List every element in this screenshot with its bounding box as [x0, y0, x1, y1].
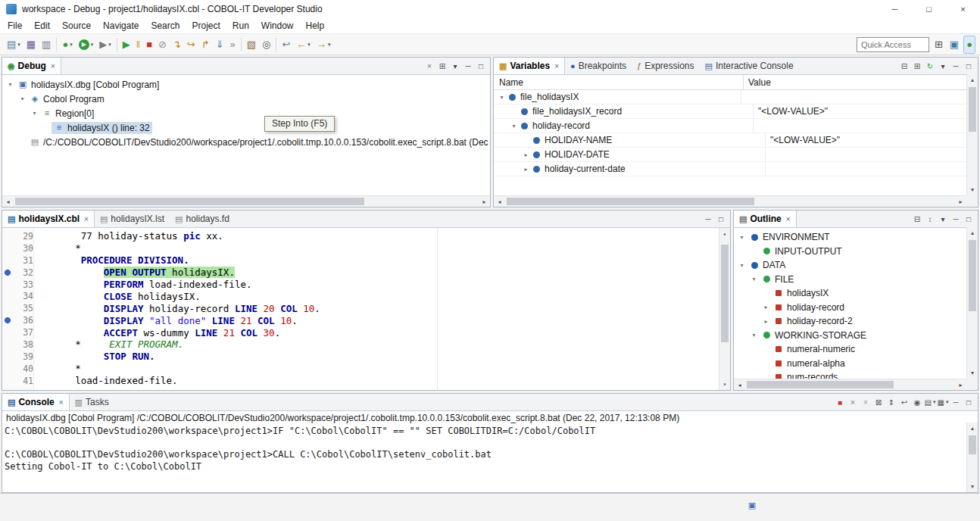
- code-line-30[interactable]: 30 *: [2, 242, 730, 254]
- new-cobol-project-icon[interactable]: ▧: [245, 36, 258, 53]
- expand-toggle-icon[interactable]: ▸: [521, 151, 531, 158]
- word-wrap-icon[interactable]: ↩: [898, 396, 910, 408]
- variable-row-file-holidaysix-record[interactable]: file_holidaysIX_record"<LOW-VALUE>": [494, 105, 978, 119]
- tab-interactive-console[interactable]: ▤Interactive Console: [700, 58, 799, 74]
- expand-toggle-icon[interactable]: ▾: [737, 262, 747, 269]
- close-tab-icon[interactable]: ×: [84, 215, 89, 223]
- code-line-29[interactable]: 29 77 holiday-status pic xx.: [2, 230, 730, 242]
- open-console-icon[interactable]: ▦▾: [937, 396, 949, 408]
- refresh-icon[interactable]: ↻: [924, 60, 936, 72]
- maximize-icon[interactable]: □: [715, 213, 727, 225]
- close-window-button[interactable]: ×: [946, 0, 980, 18]
- gutter-marker[interactable]: [2, 363, 13, 375]
- expand-toggle-icon[interactable]: ▾: [749, 276, 759, 282]
- gutter-marker[interactable]: [2, 279, 13, 291]
- scroll-right-icon[interactable]: ▸: [955, 379, 966, 390]
- tab-breakpoints[interactable]: ●Breakpoints: [565, 58, 632, 74]
- view-layout-icon[interactable]: ⊞: [436, 60, 448, 72]
- code-line-40[interactable]: 40 *: [2, 363, 730, 375]
- expand-toggle-icon[interactable]: ▾: [30, 110, 39, 117]
- gutter-marker[interactable]: [2, 326, 13, 338]
- tree-item-numeral-alpha[interactable]: numeral-alpha: [734, 357, 978, 371]
- quick-access-input[interactable]: [857, 37, 929, 52]
- minimize-icon[interactable]: ─: [462, 60, 474, 72]
- maximize-window-button[interactable]: □: [912, 0, 946, 18]
- expand-toggle-icon[interactable]: ▾: [737, 234, 747, 241]
- tree-item-input-output[interactable]: INPUT-OUTPUT: [734, 245, 978, 259]
- tree-item-holidaysix-dbg-cobol-program[interactable]: ▾▣holidaysIX.dbg [Cobol Program]: [2, 77, 490, 92]
- code-line-32[interactable]: 32 OPEN OUTPUT holidaysIX.: [2, 267, 730, 279]
- variable-row-holiday-name[interactable]: HOLIDAY-NAME"<LOW-VALUE>": [494, 133, 978, 148]
- scroll-up-icon[interactable]: ▴: [967, 74, 978, 86]
- scrollbar-thumb[interactable]: [969, 435, 976, 454]
- tree-item-working-storage[interactable]: ▾WORKING-STORAGE: [734, 329, 978, 343]
- code-line-39[interactable]: 39 STOP RUN.: [2, 351, 730, 363]
- code-line-36[interactable]: 36 DISPLAY "all done" LINE 21 COL 10.: [2, 314, 730, 326]
- status-console-icon[interactable]: ▣: [746, 500, 758, 510]
- debug-icon[interactable]: ●▾: [60, 36, 74, 53]
- gutter-marker[interactable]: [2, 302, 13, 314]
- save-icon[interactable]: ▦: [24, 36, 38, 53]
- step-into-icon[interactable]: ↴: [170, 36, 183, 53]
- scroll-lock-icon[interactable]: ⇕: [885, 396, 897, 408]
- minimize-window-button[interactable]: ─: [878, 0, 912, 18]
- gutter-marker[interactable]: [2, 242, 13, 254]
- use-step-filters-icon[interactable]: »: [228, 36, 238, 53]
- open-perspective-icon[interactable]: ⊞: [932, 36, 945, 53]
- gutter-marker[interactable]: [2, 290, 13, 302]
- menu-window[interactable]: Window: [255, 19, 300, 33]
- expand-toggle-icon[interactable]: ▾: [5, 81, 15, 88]
- tab-console[interactable]: ▤Console×: [2, 394, 70, 410]
- menu-project[interactable]: Project: [186, 19, 226, 33]
- display-selected-console-icon[interactable]: ▤▾: [924, 396, 936, 408]
- expand-toggle-icon[interactable]: ▸: [521, 166, 531, 173]
- code-line-31[interactable]: 31 PROCEDURE DIVISION.: [2, 254, 730, 267]
- code-editor[interactable]: 29 77 holiday-status pic xx.30 *31 PROCE…: [2, 228, 730, 390]
- scrollbar-thumb[interactable]: [15, 198, 364, 205]
- show-logical-structures-icon[interactable]: ⊞: [911, 60, 923, 72]
- variable-row-holiday-record[interactable]: ▾holiday-record: [494, 119, 978, 133]
- step-over-icon[interactable]: ↪: [185, 36, 198, 53]
- close-tab-icon[interactable]: ×: [786, 215, 791, 223]
- tab-holidaysix-lst[interactable]: ▤holidaysIX.lst: [95, 211, 170, 227]
- back-icon[interactable]: ←▾: [294, 36, 313, 53]
- breakpoint-icon[interactable]: [2, 314, 13, 326]
- dropdown-arrow-icon[interactable]: ▾: [307, 42, 311, 48]
- last-edit-location-icon[interactable]: ↩: [279, 36, 292, 53]
- view-menu-icon[interactable]: ▾: [449, 60, 461, 72]
- scroll-down-icon[interactable]: ▾: [967, 367, 978, 379]
- maximize-icon[interactable]: □: [963, 60, 975, 72]
- tree-item-holiday-record[interactable]: ▸holiday-record: [734, 301, 978, 315]
- scrollbar-thumb[interactable]: [969, 87, 976, 132]
- drop-to-frame-icon[interactable]: ⇓: [214, 36, 226, 53]
- view-menu-icon[interactable]: ▾: [937, 60, 949, 72]
- menu-source[interactable]: Source: [56, 19, 97, 33]
- tree-item-cobol-program[interactable]: ▾◈Cobol Program: [2, 92, 490, 106]
- breakpoint-icon[interactable]: [2, 267, 13, 279]
- tree-item-region-0[interactable]: ▾≡Region[0]: [2, 106, 490, 120]
- menu-edit[interactable]: Edit: [28, 19, 56, 33]
- dropdown-arrow-icon[interactable]: ▾: [108, 42, 111, 48]
- run-icon[interactable]: ▶▾: [76, 36, 96, 53]
- expand-toggle-icon[interactable]: ▾: [17, 95, 27, 102]
- scroll-up-icon[interactable]: ▴: [719, 228, 730, 239]
- gutter-marker[interactable]: [2, 375, 13, 387]
- tree-item-c-cobol-cobolit-devstudio200-workspace-p[interactable]: ▤/C:/COBOL/COBOLIT/DevStudio200/workspac…: [2, 135, 490, 149]
- gutter-marker[interactable]: [2, 351, 13, 363]
- new-wizard-icon[interactable]: ▤▾: [5, 36, 23, 53]
- clear-console-icon[interactable]: ⊠: [872, 396, 885, 408]
- debug-perspective-icon[interactable]: ●: [963, 36, 975, 54]
- terminate-icon[interactable]: ■: [834, 396, 846, 408]
- maximize-icon[interactable]: □: [475, 60, 487, 72]
- cobol-perspective-icon[interactable]: ▣: [947, 36, 961, 53]
- collapse-all-icon[interactable]: ⊟: [898, 60, 910, 72]
- maximize-icon[interactable]: □: [963, 213, 975, 225]
- remove-launch-icon[interactable]: ×: [847, 396, 859, 408]
- search-icon[interactable]: ◎: [260, 36, 273, 53]
- remove-all-launches-icon[interactable]: ×: [860, 396, 872, 408]
- minimize-icon[interactable]: ─: [950, 60, 962, 72]
- column-header-name[interactable]: Name: [494, 75, 743, 89]
- variable-row-file-holidaysix[interactable]: ▾file_holidaysIX: [494, 90, 978, 105]
- minimize-icon[interactable]: ─: [950, 396, 962, 408]
- code-line-33[interactable]: 33 PERFORM load-indexed-file.: [2, 279, 730, 291]
